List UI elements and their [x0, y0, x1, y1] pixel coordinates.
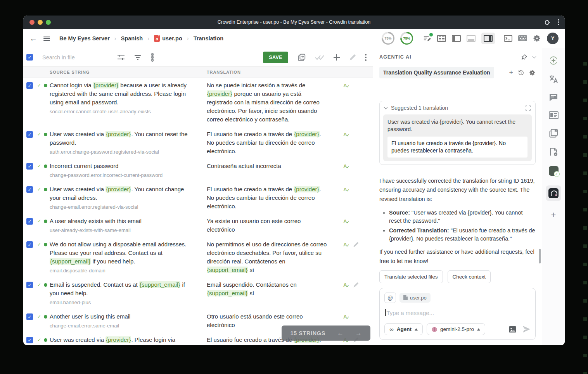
spellcheck-icon[interactable]: A✓ — [343, 83, 347, 88]
edit-string-icon[interactable] — [349, 54, 356, 61]
qa-app-icon[interactable] — [549, 166, 559, 176]
expand-suggestion-icon[interactable] — [526, 106, 531, 111]
qa-issue-pencil-icon[interactable] — [353, 242, 359, 248]
translation-cell[interactable]: El usuario fue creado a través de {provi… — [207, 130, 343, 156]
row-checkbox[interactable]: ✓ — [26, 218, 33, 225]
approve-all-icon[interactable] — [315, 55, 324, 60]
copy-source-icon[interactable] — [297, 53, 306, 62]
table-row[interactable]: ✓✓Cannot login via {provider} because a … — [23, 78, 373, 127]
row-checkbox[interactable]: ✓ — [26, 282, 33, 288]
extensions-icon[interactable] — [544, 19, 551, 26]
collapse-suggestion-icon[interactable] — [384, 106, 388, 109]
qa-issue-pencil-icon[interactable] — [353, 282, 359, 288]
string-order-icon[interactable] — [150, 53, 154, 62]
breadcrumb-project[interactable]: Be My Eyes Server — [59, 35, 110, 42]
spellcheck-icon[interactable]: A✓ — [343, 218, 347, 224]
view-left-panel-icon[interactable] — [452, 35, 461, 42]
breadcrumb-language[interactable]: Spanish — [121, 35, 143, 42]
attach-image-icon[interactable] — [509, 326, 516, 332]
send-message-icon[interactable] — [522, 326, 531, 333]
table-row[interactable]: ✓✓A user already exists with this emailu… — [23, 214, 373, 237]
keyboard-shortcuts-icon[interactable] — [518, 35, 527, 41]
context-card-icon[interactable] — [549, 111, 559, 119]
view-right-panel-icon[interactable] — [481, 33, 495, 44]
source-cell[interactable]: Email is suspended. Contact us at {suppo… — [50, 280, 207, 306]
agent-mode-dropdown[interactable]: ∞ Agent — [384, 323, 423, 335]
ai-settings-icon[interactable] — [529, 69, 536, 76]
translation-cell[interactable]: Contraseña actual incorrecta — [207, 162, 343, 179]
translation-progress-ring[interactable]: 75% — [382, 32, 394, 45]
view-bottom-panel-icon[interactable] — [467, 35, 476, 42]
machine-translation-icon[interactable] — [549, 75, 558, 83]
row-checkbox[interactable]: ✓ — [26, 131, 33, 138]
attached-file-chip[interactable]: user.po — [399, 293, 431, 303]
translation-cell[interactable]: No se puede iniciar sesión a través de {… — [207, 81, 343, 124]
table-row[interactable]: ✓✓Email is suspended. Contact us at {sup… — [23, 277, 373, 309]
source-cell[interactable]: A user already exists with this emailuse… — [50, 217, 207, 234]
close-window-button[interactable] — [29, 20, 35, 25]
mention-button[interactable]: @ — [384, 293, 396, 303]
translation-cell[interactable]: Email suspendido. Contáctanos en {suppor… — [207, 280, 343, 306]
back-button[interactable]: ← — [29, 35, 37, 42]
edit-list-icon[interactable] — [423, 35, 431, 42]
settings-gear-icon[interactable] — [533, 34, 541, 42]
new-chat-icon[interactable]: + — [509, 69, 513, 76]
ai-chat-scroll-area[interactable]: Suggested 1 translation User was created… — [373, 82, 542, 266]
search-input[interactable]: Search in file — [42, 54, 110, 61]
source-cell[interactable]: We do not allow using a disposable email… — [50, 240, 207, 274]
table-row[interactable]: ✓✓We do not allow using a disposable ema… — [23, 237, 373, 277]
row-checkbox[interactable]: ✓ — [26, 313, 33, 320]
row-checkbox[interactable]: ✓ — [26, 163, 33, 170]
add-app-icon[interactable]: + — [551, 211, 556, 219]
next-page-icon[interactable]: → — [355, 330, 362, 336]
source-cell[interactable]: Incorrect current passwordchange-passwor… — [50, 162, 207, 179]
table-row[interactable]: ✓✓Incorrect current passwordchange-passw… — [23, 159, 373, 182]
message-input[interactable]: Type a message... — [385, 309, 530, 316]
add-string-icon[interactable] — [333, 54, 340, 61]
pin-icon[interactable] — [521, 54, 527, 60]
collapse-panel-icon[interactable] — [533, 55, 536, 59]
breadcrumb-section[interactable]: Translation — [194, 35, 223, 42]
prev-page-icon[interactable]: ← — [337, 330, 344, 336]
glossary-icon[interactable] — [549, 129, 558, 138]
translation-cell[interactable]: El usuario fue creado a través de {provi… — [207, 185, 343, 211]
filter-icon[interactable] — [134, 55, 141, 60]
source-cell[interactable]: Another user is using this emailchange-e… — [50, 312, 207, 329]
approval-progress-ring[interactable]: 75% — [400, 32, 413, 45]
spellcheck-icon[interactable]: A✓ — [343, 242, 347, 248]
filter-settings-icon[interactable] — [117, 54, 125, 61]
ai-assistant-icon[interactable] — [549, 56, 558, 65]
agentic-ai-app-icon[interactable] — [546, 185, 561, 201]
menu-icon[interactable] — [43, 35, 51, 42]
spellcheck-icon[interactable]: A✓ — [343, 163, 347, 169]
translation-cell[interactable]: No permitimos el uso de direcciones de c… — [207, 240, 343, 274]
suggestion-translation-text[interactable]: El usuario fue creado a través de {provi… — [387, 137, 527, 158]
minimize-window-button[interactable] — [38, 20, 43, 25]
avatar[interactable]: Y — [547, 33, 559, 44]
history-icon[interactable] — [518, 69, 524, 76]
row-checkbox[interactable]: ✓ — [26, 82, 33, 89]
breadcrumb-file[interactable]: a user.po — [154, 35, 182, 42]
ai-scrollbar-thumb[interactable] — [539, 249, 541, 263]
select-all-checkbox[interactable]: ✓ — [26, 54, 33, 61]
source-cell[interactable]: User was created via {provider}. You can… — [50, 185, 207, 211]
row-checkbox[interactable]: ✓ — [26, 241, 33, 248]
source-cell[interactable]: User was created via {provider}. Please … — [50, 336, 207, 345]
check-context-button[interactable]: Check context — [448, 270, 491, 283]
spellcheck-icon[interactable]: A✓ — [343, 282, 347, 288]
spellcheck-icon[interactable]: A✓ — [343, 187, 347, 192]
spellcheck-icon[interactable]: A✓ — [343, 132, 347, 137]
view-side-by-side-icon[interactable] — [437, 35, 446, 42]
comments-icon[interactable] — [549, 93, 558, 102]
maximize-window-button[interactable] — [46, 20, 51, 25]
string-info-icon[interactable] — [549, 147, 558, 156]
browser-menu-icon[interactable] — [558, 19, 559, 25]
model-dropdown[interactable]: gemini-2.5-pro — [427, 323, 485, 335]
more-options-icon[interactable] — [365, 54, 367, 61]
translate-selected-files-button[interactable]: Translate selected files — [379, 270, 443, 283]
row-checkbox[interactable]: ✓ — [26, 337, 33, 343]
save-button[interactable]: SAVE — [263, 52, 288, 63]
table-row[interactable]: ✓✓User was created via {provider}. You c… — [23, 182, 373, 214]
spellcheck-icon[interactable]: A✓ — [343, 314, 347, 320]
table-row[interactable]: ✓✓User was created via {provider}. You c… — [23, 127, 373, 159]
